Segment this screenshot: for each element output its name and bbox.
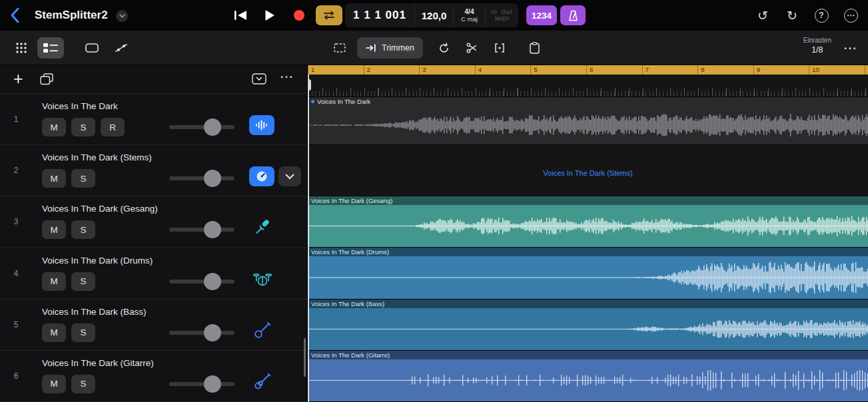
mute-button[interactable]: M: [42, 169, 66, 188]
scissors-icon: [466, 43, 477, 53]
bar-number: 3: [419, 65, 475, 75]
toolbar-more-button[interactable]: ⋯: [840, 39, 860, 57]
region-gitarre[interactable]: Voices In The Dark (Gitarre): [308, 351, 868, 401]
paste-button[interactable]: [521, 37, 548, 59]
automation-mode-button[interactable]: [108, 37, 135, 59]
beat-tick-strip[interactable]: [308, 75, 868, 97]
timeline-ruler[interactable]: 1 2 3 4 5 6 7 8 9 10 11: [308, 65, 868, 75]
playhead[interactable]: [308, 75, 309, 402]
join-tool-button[interactable]: [486, 37, 513, 59]
help-button[interactable]: ?: [813, 7, 829, 23]
region-drums[interactable]: Voices In The Dark (Drums): [308, 248, 868, 299]
track-name: Voices In The Dark (Stems): [42, 152, 152, 162]
undo-button[interactable]: ↺: [755, 7, 771, 23]
marquee-tool-button[interactable]: [326, 37, 353, 59]
solo-button[interactable]: S: [71, 375, 95, 393]
back-button[interactable]: [9, 7, 23, 24]
volume-slider[interactable]: [169, 375, 234, 393]
solo-button[interactable]: S: [71, 118, 95, 136]
region-bass[interactable]: Voices In The Dark (Bass): [308, 300, 868, 350]
volume-slider[interactable]: [169, 323, 234, 342]
track-row-6[interactable]: 6 Voices In The Dark (Gitarre) M S: [0, 351, 307, 402]
region-header: Voices In The Dark (Gesang): [308, 196, 868, 205]
collapse-track-headers-button[interactable]: [252, 73, 266, 87]
lcd-tempo: 120,0: [414, 3, 453, 27]
settings-button[interactable]: ⋯: [843, 7, 859, 23]
record-button[interactable]: [286, 5, 312, 26]
trim-tool-button[interactable]: Trimmen: [357, 37, 423, 59]
track-row-2[interactable]: 2 Voices In The Dark (Stems) M S: [0, 145, 307, 196]
join-icon: [494, 43, 505, 53]
region-gesang[interactable]: Voices In The Dark (Gesang): [308, 196, 868, 247]
volume-slider[interactable]: [169, 169, 234, 188]
slider-knob[interactable]: [204, 118, 221, 136]
browser-view-button[interactable]: [8, 37, 35, 59]
region-voices-in-the-dark[interactable]: Voices In The Dark: [308, 97, 868, 144]
stack-player-button[interactable]: [249, 166, 274, 186]
loop-tool-button[interactable]: [430, 37, 457, 59]
track-header-more-button[interactable]: ⋯: [280, 69, 293, 85]
waveform: [308, 205, 868, 247]
track-number: 6: [0, 351, 32, 401]
record-icon: [294, 10, 304, 21]
slider-knob[interactable]: [204, 170, 221, 187]
redo-button[interactable]: ↻: [784, 7, 800, 23]
microphone-icon: [251, 216, 274, 238]
track-number: 2: [0, 145, 32, 196]
track-row-1[interactable]: 1 Voices In The Dark M S R: [0, 94, 307, 145]
stack-collapse-button[interactable]: [278, 166, 301, 186]
cycle-button[interactable]: [316, 5, 342, 25]
metronome-button[interactable]: [560, 5, 586, 25]
tracks-view-button[interactable]: [37, 37, 64, 59]
scrollbar[interactable]: [304, 338, 306, 377]
volume-slider[interactable]: [169, 118, 234, 136]
track-row-4[interactable]: 4 Voices In The Dark (Drums) M S: [0, 248, 307, 300]
snap-setting[interactable]: Einrasten 1/8: [803, 37, 831, 55]
duplicate-track-button[interactable]: [40, 73, 53, 87]
solo-button[interactable]: S: [71, 169, 95, 188]
lcd-display[interactable]: 1 1 1 001 120,0 4/4 C maj In Out MIDI: [345, 3, 518, 27]
rewind-icon: [234, 10, 247, 21]
mute-button[interactable]: M: [42, 220, 66, 239]
region-header: Voices In The Dark (Bass): [308, 300, 868, 308]
split-tool-button[interactable]: [458, 37, 485, 59]
count-in-button[interactable]: 1234: [526, 5, 557, 25]
volume-slider[interactable]: [169, 272, 234, 291]
mute-button[interactable]: M: [42, 118, 66, 136]
rewind-button[interactable]: [228, 5, 253, 26]
bar-number: 4: [475, 65, 531, 75]
main-area: + ⋯ 1 Voices In The Dark M S: [0, 65, 868, 402]
bar-number: 7: [642, 65, 698, 75]
track-header-controls: + ⋯: [0, 65, 307, 94]
volume-slider[interactable]: [169, 220, 234, 239]
solo-button[interactable]: S: [71, 220, 95, 239]
play-button[interactable]: [257, 5, 282, 26]
bar-number: 11: [865, 65, 868, 75]
lcd-midi-io: In Out MIDI: [485, 3, 518, 27]
regions-mode-button[interactable]: [79, 37, 105, 59]
playhead-handle[interactable]: [308, 79, 311, 91]
bar-number: 5: [530, 65, 586, 75]
track-lane-2[interactable]: Voices In The Dark (Stems): [308, 145, 868, 196]
track-lane-6: Voices In The Dark (Gitarre): [308, 351, 868, 402]
key-signature: C maj: [461, 15, 478, 23]
mute-button[interactable]: M: [42, 375, 66, 393]
track-name: Voices In The Dark: [42, 101, 118, 111]
track-lane-1: Voices In The Dark: [308, 97, 868, 145]
title-bar: StemSplitter2: [0, 0, 868, 31]
project-menu-button[interactable]: [116, 10, 128, 22]
bar-number: 6: [586, 65, 642, 75]
record-enable-button[interactable]: R: [101, 118, 125, 136]
track-row-5[interactable]: 5 Voices In The Dark (Bass) M S: [0, 300, 307, 351]
audio-track-type-button[interactable]: [249, 115, 274, 135]
slider-knob[interactable]: [204, 221, 221, 238]
solo-button[interactable]: S: [71, 323, 95, 342]
mute-button[interactable]: M: [42, 272, 66, 291]
solo-button[interactable]: S: [71, 272, 95, 291]
slider-knob[interactable]: [204, 375, 221, 393]
slider-knob[interactable]: [204, 324, 221, 341]
track-row-3[interactable]: 3 Voices In The Dark (Gesang) M S: [0, 196, 307, 248]
mute-button[interactable]: M: [42, 323, 66, 342]
add-track-button[interactable]: +: [13, 69, 23, 89]
slider-knob[interactable]: [204, 273, 221, 290]
